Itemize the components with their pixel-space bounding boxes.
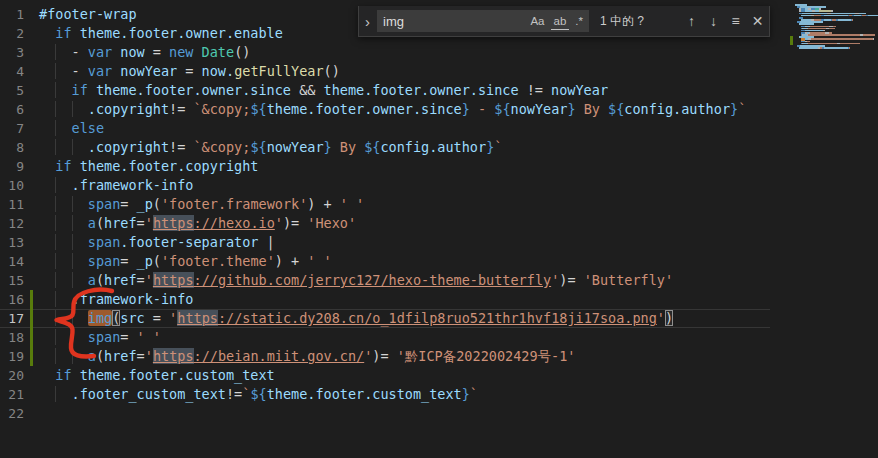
line-number[interactable]: 5 (0, 81, 24, 100)
link-text[interactable]: ://github.com/jerryc127/hexo-theme-butte… (194, 272, 552, 288)
next-match-icon[interactable]: ↓ (703, 11, 724, 32)
code-line[interactable]: 19 a(href='https://beian.miit.gov.cn/')=… (0, 347, 770, 366)
whole-word-icon[interactable]: ab (551, 13, 570, 30)
code-token: now (120, 44, 144, 60)
line-number[interactable]: 9 (0, 157, 24, 176)
code-line[interactable]: 14 span= _p('footer.theme') + ' ' (0, 252, 770, 271)
code-token: 'footer.theme' (161, 253, 275, 269)
code-line[interactable]: 5 if theme.footer.owner.since && theme.f… (0, 81, 770, 100)
code-token: `&copy; (193, 101, 250, 117)
line-number[interactable]: 2 (0, 24, 24, 43)
regex-icon[interactable]: .* (572, 13, 586, 29)
match-case-icon[interactable]: Aa (527, 13, 547, 29)
minimap-token (814, 34, 859, 36)
indent-guide (39, 234, 55, 250)
line-number[interactable]: 4 (0, 62, 24, 81)
link-text[interactable]: https (153, 272, 194, 288)
line-number[interactable]: 17 (0, 310, 24, 327)
minimap[interactable] (790, 0, 878, 458)
link-text[interactable]: https (153, 215, 194, 231)
code-line[interactable]: 16 .framework-info (0, 290, 770, 309)
code-line[interactable]: 13 span.footer-separator | (0, 233, 770, 252)
code-area[interactable]: 1#footer-wrap2 if theme.footer.owner.ena… (0, 5, 770, 423)
code-token: ` (494, 139, 502, 155)
close-icon[interactable]: ✕ (747, 11, 768, 32)
code-token: != (169, 101, 193, 117)
code-token: if (55, 158, 79, 174)
link-text[interactable]: ://static.dy208.cn/o_1dfilp8ruo521thr1hv… (218, 310, 657, 326)
code-line[interactable]: 21 .footer_custom_text!=`${theme.footer.… (0, 385, 770, 404)
code-line[interactable]: 8 .copyright!= `&copy;${nowYear} By ${co… (0, 138, 770, 157)
line-number[interactable]: 11 (0, 195, 24, 214)
code-line[interactable]: 3 - var now = new Date() (0, 43, 770, 62)
code-token: )= (372, 348, 396, 364)
code-token: now. (202, 63, 235, 79)
previous-match-icon[interactable]: ↑ (681, 11, 702, 32)
code-token: ' (145, 348, 153, 364)
code-token: a (88, 215, 96, 231)
indent-guide (39, 196, 55, 212)
code-token: .copyright (88, 101, 169, 117)
code-token: nowYear (120, 63, 177, 79)
indent-guide (39, 329, 55, 345)
line-number[interactable]: 22 (0, 404, 24, 423)
minimap-find-marker (801, 38, 805, 41)
toggle-replace-chevron-icon[interactable]: › (359, 13, 376, 30)
line-number[interactable]: 10 (0, 176, 24, 195)
indent-guide (55, 215, 71, 231)
code-line[interactable]: 9 if theme.footer.copyright (0, 157, 770, 176)
line-number[interactable]: 19 (0, 347, 24, 366)
line-number[interactable]: 21 (0, 385, 24, 404)
code-line[interactable]: 7 else (0, 119, 770, 138)
code-token: - (72, 63, 88, 79)
line-number[interactable]: 18 (0, 328, 24, 347)
line-number[interactable]: 1 (0, 5, 24, 24)
code-token: = (145, 44, 169, 60)
link-text[interactable]: ://beian.miit.gov.cn/ (194, 348, 365, 364)
code-line[interactable]: 12 a(href='https://hexo.io')= 'Hexo' (0, 214, 770, 233)
indent-guide (55, 82, 71, 98)
line-number[interactable]: 3 (0, 43, 24, 62)
code-line[interactable]: 17 img(src = 'https://static.dy208.cn/o_… (0, 309, 770, 328)
indent-guide (55, 272, 71, 288)
minimap-token (873, 38, 874, 40)
link-text[interactable]: https (177, 310, 218, 326)
indent-guide (39, 177, 55, 193)
line-number[interactable]: 15 (0, 271, 24, 290)
code-line[interactable]: 11 span= _p('footer.framework') + ' ' (0, 195, 770, 214)
line-number[interactable]: 8 (0, 138, 24, 157)
code-token: a (88, 272, 96, 288)
line-number[interactable]: 16 (0, 290, 24, 309)
find-in-selection-icon[interactable]: ≡ (725, 11, 746, 32)
find-input-box[interactable]: Aa ab .* (377, 10, 589, 32)
code-line[interactable]: 15 a(href='https://github.com/jerryc127/… (0, 271, 770, 290)
code-editor: 1#footer-wrap2 if theme.footer.owner.ena… (0, 0, 878, 458)
code-line[interactable]: 18 span= ' ' (0, 328, 770, 347)
code-token: href (104, 272, 137, 288)
code-line[interactable]: 20 if theme.footer.custom_text (0, 366, 770, 385)
indent-guide (55, 177, 71, 193)
line-number[interactable]: 13 (0, 233, 24, 252)
code-line[interactable]: 22 (0, 404, 770, 423)
find-input[interactable] (383, 14, 524, 29)
indent-guide (55, 348, 71, 364)
line-number[interactable]: 14 (0, 252, 24, 271)
code-token: span (88, 329, 121, 345)
minimap-content (795, 4, 878, 458)
indent-guide (39, 44, 55, 60)
line-number[interactable]: 20 (0, 366, 24, 385)
line-number[interactable]: 12 (0, 214, 24, 233)
code-line[interactable]: 6 .copyright!= `&copy;${theme.footer.own… (0, 100, 770, 119)
link-text[interactable]: ://hexo.io (194, 215, 275, 231)
indent-guide (55, 44, 71, 60)
line-number[interactable]: 7 (0, 119, 24, 138)
link-text[interactable]: https (153, 348, 194, 364)
code-line[interactable]: 10 .framework-info (0, 176, 770, 195)
code-token: new (169, 44, 202, 60)
code-line[interactable]: 4 - var nowYear = now.getFullYear() (0, 62, 770, 81)
line-number[interactable]: 6 (0, 100, 24, 119)
code-token: } (730, 101, 738, 117)
code-token: Date (202, 44, 235, 60)
code-token: if (72, 82, 96, 98)
code-token: } (462, 101, 470, 117)
